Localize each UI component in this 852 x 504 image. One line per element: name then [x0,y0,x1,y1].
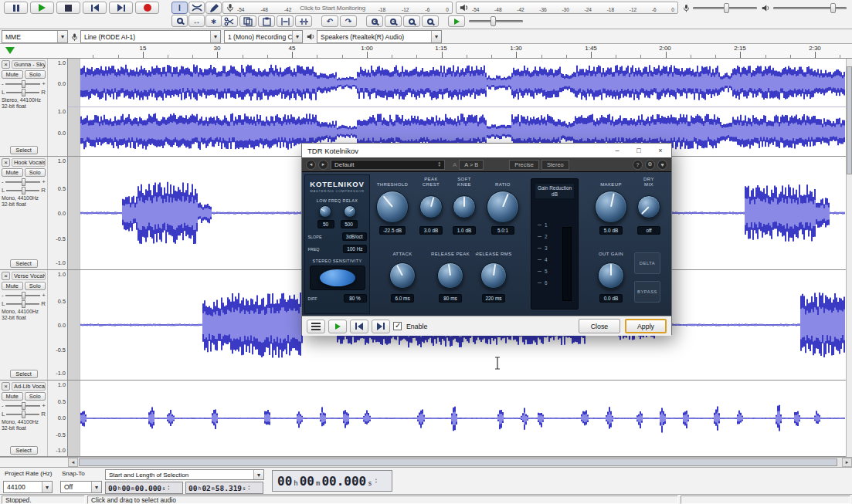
makeup-knob[interactable] [595,191,627,223]
ratio-knob[interactable] [487,191,519,223]
vertical-scale[interactable]: 1.0 0.0 1.0 0.0 [48,59,68,156]
paste-button[interactable] [258,15,275,27]
pan-slider[interactable]: LR [2,411,46,418]
trim-audio-button[interactable] [277,15,294,27]
solo-button[interactable]: Solo [25,168,46,177]
scroll-right-button[interactable]: ▸ [842,458,852,467]
skip-to-start-button[interactable] [83,2,107,14]
preview-play-button[interactable] [328,320,347,333]
favorite-heart-button[interactable]: ♥ [657,160,667,170]
redo-button[interactable]: ↷ [340,15,357,27]
skip-to-end-button[interactable] [109,2,133,14]
release-mode-dots[interactable] [469,250,477,253]
recording-volume-slider[interactable] [693,7,757,9]
bypass-button[interactable]: BYPASS [634,281,660,303]
silence-audio-button[interactable] [295,15,312,27]
track-title-dropdown[interactable]: Ad-Lib Vocal▾ [12,382,46,391]
track-close-button[interactable]: × [2,272,10,280]
select-button[interactable]: Select [10,446,38,455]
selection-tool-button[interactable]: I [171,2,188,14]
pan-slider[interactable]: LR [2,300,46,307]
skip-back-button[interactable] [350,320,368,333]
track-close-button[interactable]: × [2,158,10,167]
settings-gear-button[interactable]: ⚙ [645,160,655,170]
horizontal-scrollbar[interactable]: ◂ ▸ [0,457,852,467]
selection-mode-dropdown[interactable]: Start and Length of Selection [105,469,264,480]
ab-compare-button[interactable]: A > B [459,160,484,170]
play-button[interactable] [30,2,54,14]
stop-button[interactable] [56,2,80,14]
pan-slider[interactable]: LR [2,187,46,194]
waveform-area[interactable] [68,381,846,456]
preset-dropdown[interactable]: Default▲▼ [331,160,445,170]
playback-volume-slider[interactable] [773,7,847,9]
manage-menu-button[interactable] [307,320,325,333]
timeline-ruler[interactable]: 15 30 45 1:00 1:15 1:30 1:45 2:00 2:15 2… [0,44,852,59]
preset-next-button[interactable]: ▸ [318,160,328,170]
vertical-scrollbar-thumb[interactable] [847,66,852,174]
undo-button[interactable]: ↶ [321,15,338,27]
pan-slider[interactable]: LR [2,89,46,96]
zoom-out-button[interactable]: − [385,15,402,27]
minimize-button[interactable]: – [606,144,628,157]
waveform-area[interactable] [68,59,846,156]
mute-button[interactable]: Mute [2,392,23,401]
select-button[interactable]: Select [10,259,38,268]
out-gain-knob[interactable] [598,262,624,289]
mute-button[interactable]: Mute [2,168,23,177]
fit-selection-button[interactable] [403,15,420,27]
skip-forward-button[interactable] [372,320,390,333]
envelope-tool-button[interactable] [188,2,205,14]
gain-slider[interactable]: -+ [2,80,46,87]
vertical-scale[interactable]: 1.0 0.5 0.0 -0.5 -1.0 [48,270,68,380]
threshold-knob[interactable] [376,191,409,223]
solo-button[interactable]: Solo [25,70,46,79]
release-peak-knob[interactable] [437,262,463,289]
recording-meter[interactable]: -54-48-42-36-30-24-18-12-60 Click to Sta… [222,2,453,14]
scroll-left-button[interactable]: ◂ [68,458,78,467]
stereo-mode-button[interactable]: Stereo [541,160,569,170]
play-speed-slider[interactable] [469,20,523,22]
timeshift-tool-button[interactable]: ↔ [188,15,205,27]
horizontal-scrollbar-thumb[interactable] [79,458,837,466]
maximize-button[interactable]: □ [628,144,650,157]
recording-device-dropdown[interactable]: Line (RODE AI-1) [80,30,221,43]
zoom-tool-button[interactable] [171,15,188,27]
draw-tool-button[interactable] [205,2,222,14]
recording-channels-dropdown[interactable]: 1 (Mono) Recording Chann [224,30,303,43]
stereo-sensitivity-control[interactable] [310,266,365,290]
delta-button[interactable]: DELTA [634,252,660,274]
release-rms-knob[interactable] [480,262,507,289]
mute-button[interactable]: Mute [2,70,23,79]
timeline-pin-icon[interactable] [5,47,15,54]
help-button[interactable]: ? [633,160,643,170]
diff-value[interactable]: 80 % [344,294,367,303]
preset-prev-button[interactable]: ◂ [306,160,316,170]
playback-device-dropdown[interactable]: Speakers (Realtek(R) Audio) [317,30,442,43]
record-button[interactable] [135,2,159,14]
monitor-hint-label[interactable]: Click to Start Monitoring [298,5,367,12]
vertical-scrollbar[interactable] [846,59,852,457]
gain-slider[interactable]: -+ [2,292,46,299]
track-close-button[interactable]: × [2,60,10,69]
vertical-scale[interactable]: 1.0 0.5 0.0 -0.5 -1.0 [48,381,68,456]
track-title-dropdown[interactable]: Verse Vocal▾ [12,272,46,280]
selection-length-field[interactable]: 00h02m58.319s▴▾ [185,482,263,494]
attack-knob[interactable] [389,262,416,289]
gain-slider[interactable]: -+ [2,178,46,185]
close-button[interactable]: Close [579,319,620,333]
pause-button[interactable] [4,2,28,14]
project-rate-dropdown[interactable]: 44100 [3,481,53,493]
zoom-in-button[interactable]: + [366,15,383,27]
lfr-knob-1[interactable] [319,205,331,218]
dry-mix-knob[interactable] [637,195,660,218]
select-button[interactable]: Select [10,370,38,378]
selection-start-field[interactable]: 00h00m00.000s▴▾ [105,482,183,494]
playback-meter[interactable]: -54-48-42-36-30-24-18-12-60 [456,2,678,14]
track-close-button[interactable]: × [2,382,10,391]
audio-position-field[interactable]: 00h00m00.000s▴▾ [272,470,392,492]
lfr-knob-2[interactable] [344,205,356,218]
gain-slider[interactable]: -+ [2,402,46,409]
solo-button[interactable]: Solo [25,392,46,401]
solo-button[interactable]: Solo [25,282,46,290]
